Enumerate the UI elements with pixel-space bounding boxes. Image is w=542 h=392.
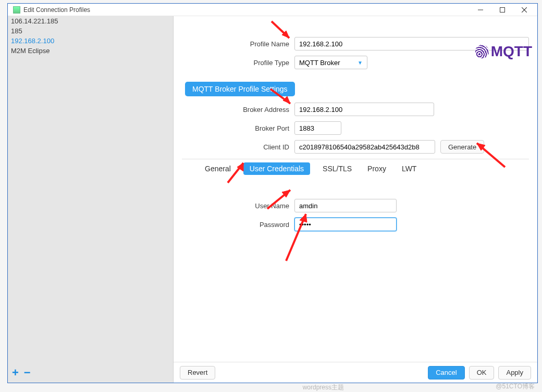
profile-item-selected[interactable]: 192.168.2.100: [8, 36, 173, 46]
profile-item[interactable]: M2M Eclipse: [8, 46, 173, 56]
mqtt-logo: MQTT: [475, 43, 532, 60]
main-panel: Profile Name Profile Type MQTT Broker ▼ …: [174, 16, 537, 383]
svg-rect-1: [500, 7, 505, 12]
content-area: 106.14.221.185 185 192.168.2.100 M2M Ecl…: [8, 16, 537, 383]
apply-button[interactable]: Apply: [498, 366, 531, 380]
tab-proxy[interactable]: Proxy: [364, 162, 389, 175]
broker-port-label: Broker Port: [182, 124, 294, 132]
broker-settings-header: MQTT Broker Profile Settings: [185, 82, 295, 96]
svg-marker-7: [283, 96, 290, 104]
profile-type-value: MQTT Broker: [299, 59, 340, 67]
tab-bar: General User Credentials SSL/TLS Proxy L…: [202, 162, 529, 175]
chevron-down-icon: ▼: [358, 60, 363, 66]
username-input[interactable]: [294, 199, 397, 212]
client-id-input[interactable]: [294, 140, 435, 154]
dialog-footer: Revert Cancel OK Apply: [174, 362, 537, 383]
window-title: Edit Connection Profiles: [23, 6, 470, 14]
ok-button[interactable]: OK: [469, 366, 495, 380]
title-bar: Edit Connection Profiles: [8, 4, 537, 16]
sidebar-actions: + −: [12, 366, 31, 380]
username-label: User Name: [182, 202, 294, 210]
svg-marker-13: [282, 190, 290, 197]
tab-user-credentials[interactable]: User Credentials: [243, 162, 310, 175]
profiles-sidebar: 106.14.221.185 185 192.168.2.100 M2M Ecl…: [8, 16, 174, 383]
tab-ssl-tls[interactable]: SSL/TLS: [319, 162, 355, 175]
password-input[interactable]: [294, 218, 397, 231]
password-label: Password: [182, 221, 294, 229]
add-profile-icon[interactable]: +: [12, 366, 19, 380]
form-area: Profile Name Profile Type MQTT Broker ▼ …: [174, 16, 537, 362]
divider: [182, 159, 529, 159]
credentials-area: User Name Password: [182, 199, 529, 231]
tab-lwt[interactable]: LWT: [399, 162, 420, 175]
close-button[interactable]: [513, 4, 535, 16]
dialog-window: Edit Connection Profiles 106.14.221.185 …: [7, 3, 538, 383]
revert-button[interactable]: Revert: [180, 366, 215, 380]
profile-item[interactable]: 106.14.221.185: [8, 16, 173, 26]
app-icon: [13, 6, 20, 14]
profile-type-select[interactable]: MQTT Broker ▼: [294, 56, 367, 69]
watermark: @51CTO博客: [496, 382, 535, 391]
broker-address-label: Broker Address: [182, 106, 294, 113]
svg-line-4: [272, 21, 289, 38]
profile-type-label: Profile Type: [182, 59, 294, 67]
broker-address-input[interactable]: [294, 103, 434, 116]
window-controls: [470, 4, 535, 16]
broker-port-input[interactable]: [294, 121, 341, 135]
watermark-secondary: wordpress主题: [303, 383, 344, 392]
generate-button[interactable]: Generate: [440, 140, 484, 154]
profile-item[interactable]: 185: [8, 26, 173, 36]
cancel-button[interactable]: Cancel: [428, 366, 464, 380]
mqtt-logo-icon: [475, 45, 489, 58]
tab-general[interactable]: General: [202, 162, 234, 175]
minimize-button[interactable]: [470, 4, 491, 16]
maximize-button[interactable]: [491, 4, 513, 16]
remove-profile-icon[interactable]: −: [24, 366, 31, 380]
profile-name-label: Profile Name: [182, 40, 294, 48]
client-id-label: Client ID: [182, 143, 294, 151]
profile-list[interactable]: 106.14.221.185 185 192.168.2.100 M2M Ecl…: [8, 16, 173, 383]
